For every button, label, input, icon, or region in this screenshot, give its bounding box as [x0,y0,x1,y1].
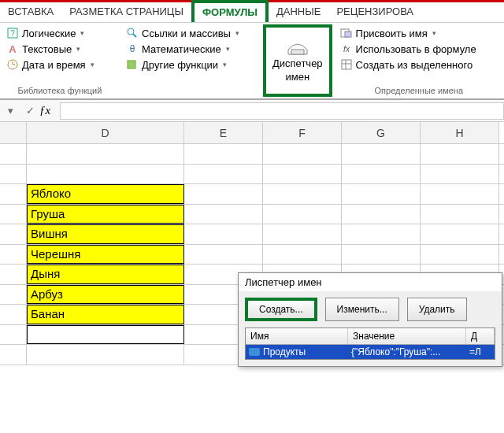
svg-line-7 [133,34,136,37]
row-value: {"Яблоко":"Груша":... [351,346,469,357]
chevron-down-icon: ▾ [223,61,227,68]
tab-formulas[interactable]: ФОРМУЛЫ [191,0,269,22]
group-label-names: Определенные имена [339,86,499,95]
tab-insert[interactable]: ВСТАВКА [0,2,61,22]
cell-d-empty[interactable] [27,325,184,345]
svg-text:A: A [9,43,17,55]
define-name-label: Присвоить имя [356,28,428,39]
table-icon [249,348,260,356]
tab-review[interactable]: РЕЦЕНЗИРОВА [328,2,421,22]
ribbon-tabs: ВСТАВКА РАЗМЕТКА СТРАНИЦЫ ФОРМУЛЫ ДАННЫЕ… [0,2,504,23]
name-manager-button[interactable]: Диспетчер имен [263,24,332,97]
col-header-f[interactable]: F [263,122,342,143]
delete-button[interactable]: Удалить [407,298,467,321]
cell-d-cherry[interactable]: Вишня [27,224,184,244]
use-in-formula-button[interactable]: fx Использовать в формуле [339,42,499,56]
row-name: Продукты [263,346,351,357]
more-label: Другие функции [142,59,218,71]
logical-button[interactable]: ? Логические▾ [5,26,115,40]
col-header-h[interactable]: H [421,122,499,143]
svg-rect-10 [291,50,304,54]
name-manager-dialog: Лиспетчер имен Создать... Изменить... Уд… [238,272,502,367]
names-list[interactable]: Имя Значение Д Продукты {"Яблоко":"Груша… [245,328,495,360]
name-manager-icon [284,39,312,56]
svg-rect-9 [128,61,135,68]
col-header-g[interactable]: G [342,122,421,143]
more-functions-button[interactable]: Другие функции▾ [124,57,257,72]
name-row-products[interactable]: Продукты {"Яблоко":"Груша":... =Л [246,345,495,359]
chevron-down-icon: ▾ [235,29,239,37]
lookup-label: Ссылки и массивы [142,28,231,39]
ribbon: ? Логические▾ A Текстовые▾ Дата и время▾… [0,23,504,100]
col-header-name[interactable]: Имя [246,328,348,344]
chevron-down-icon: ▾ [91,61,94,68]
name-box-dropdown[interactable]: ▾ [0,105,20,117]
more-icon [126,58,139,71]
svg-point-6 [128,28,134,35]
logical-icon: ? [6,27,19,39]
formula-input[interactable] [60,102,504,120]
chevron-down-icon: ▾ [226,45,230,53]
fx-icon: fx [340,43,353,55]
create-button[interactable]: Создать... [245,298,317,321]
create-from-sel-icon [340,58,353,71]
lookup-icon [126,27,139,39]
cell-d-watermelon[interactable]: Арбуз [27,285,184,305]
name-manager-label-2: имен [285,71,309,83]
text-icon: A [6,43,19,55]
edit-button[interactable]: Изменить... [325,298,399,321]
confirm-icon[interactable]: ✓ [20,105,39,117]
cell-d-sweet-cherry[interactable]: Черешня [27,245,184,265]
dialog-title: Лиспетчер имен [239,273,502,291]
chevron-down-icon: ▾ [80,29,84,37]
cell-d-banana[interactable]: Банан [27,305,184,324]
chevron-down-icon: ▾ [432,29,436,37]
math-label: Математические [142,43,221,55]
define-name-icon [340,27,353,39]
tab-data[interactable]: ДАННЫЕ [269,2,328,22]
col-header-e[interactable]: E [184,122,263,143]
datetime-label: Дата и время [22,59,86,71]
svg-text:fx: fx [343,45,350,54]
lookup-button[interactable]: Ссылки и массивы▾ [124,26,257,40]
datetime-button[interactable]: Дата и время▾ [5,57,115,72]
create-from-sel-label: Создать из выделенного [356,59,473,71]
tab-page-layout[interactable]: РАЗМЕТКА СТРАНИЦЫ [61,2,191,22]
cell-d-apple[interactable]: Яблоко [27,184,184,204]
text-button[interactable]: A Текстовые▾ [5,42,115,56]
svg-rect-14 [342,60,351,69]
cell-d-pear[interactable]: Груша [27,205,184,224]
logical-label: Логические [22,28,76,39]
define-name-button[interactable]: Присвоить имя▾ [339,26,499,40]
cell-d-melon[interactable]: Дыня [27,265,184,284]
select-all-corner[interactable] [0,122,27,143]
text-label: Текстовые [22,43,72,55]
use-in-formula-label: Использовать в формуле [356,43,476,55]
group-label-functions: Библиотека функций [5,86,115,95]
formula-bar: ▾ ✓ ƒx [0,100,504,122]
svg-text:?: ? [10,29,15,38]
math-button[interactable]: θ Математические▾ [124,42,257,56]
row-d: =Л [469,346,481,357]
col-header-d[interactable]: Д [466,328,495,344]
chevron-down-icon: ▾ [76,45,80,53]
col-header-d[interactable]: D [27,122,184,143]
fx-symbol[interactable]: ƒx [39,104,60,117]
create-from-selection-button[interactable]: Создать из выделенного [339,57,499,72]
name-manager-label-1: Диспетчер [272,57,323,69]
clock-icon [6,58,19,71]
theta-icon: θ [126,43,139,55]
svg-rect-12 [345,31,351,37]
svg-text:θ: θ [130,43,135,54]
col-header-value[interactable]: Значение [348,328,466,344]
